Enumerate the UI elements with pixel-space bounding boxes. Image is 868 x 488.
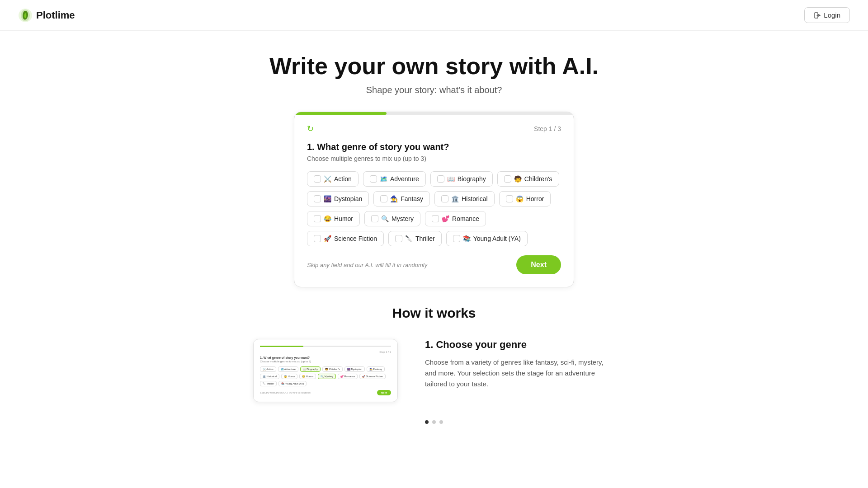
skip-note: Skip any field and our A.I. will fill it… bbox=[307, 262, 427, 268]
genre-checkbox bbox=[395, 235, 402, 242]
genre-label: Dystopian bbox=[334, 195, 362, 202]
login-label: Login bbox=[824, 11, 840, 19]
genre-checkbox bbox=[432, 215, 439, 222]
genre-emoji: 🧒 bbox=[514, 175, 522, 183]
genre-checkbox bbox=[371, 215, 378, 222]
genre-checkbox bbox=[314, 215, 321, 222]
how-title: How it works bbox=[392, 305, 476, 321]
genre-emoji: 🌆 bbox=[324, 195, 331, 202]
genre-label: Adventure bbox=[390, 175, 419, 183]
genre-label: Science Fiction bbox=[334, 235, 377, 242]
card-inner: ↻ Step 1 / 3 1. What genre of story you … bbox=[294, 115, 574, 287]
header: Plotlime Login bbox=[0, 0, 868, 31]
genre-chip-action[interactable]: ⚔️Action bbox=[307, 171, 359, 187]
genre-checkbox bbox=[314, 175, 321, 183]
pagination bbox=[425, 420, 443, 424]
how-step1-heading: 1. Choose your genre bbox=[425, 339, 615, 351]
question-subtitle: Choose multiple genres to mix up (up to … bbox=[307, 155, 561, 162]
genre-chip-children's[interactable]: 🧒Children's bbox=[497, 171, 559, 187]
card-footer: Skip any field and our A.I. will fill it… bbox=[307, 255, 561, 274]
how-section: How it works Step 1 / 3 1. What genre of… bbox=[9, 287, 859, 451]
card-header: ↻ Step 1 / 3 bbox=[307, 124, 561, 134]
genre-chip-historical[interactable]: 🏛️Historical bbox=[434, 191, 495, 206]
genre-chip-fantasy[interactable]: 🧙Fantasy bbox=[373, 191, 430, 206]
genre-emoji: 😂 bbox=[324, 215, 331, 222]
genre-label: Thriller bbox=[415, 235, 435, 242]
genre-emoji: ⚔️ bbox=[324, 175, 331, 183]
genre-checkbox bbox=[506, 195, 513, 202]
pagination-dot-1[interactable] bbox=[425, 420, 429, 424]
login-button[interactable]: Login bbox=[804, 7, 850, 23]
pagination-dot-2[interactable] bbox=[432, 420, 436, 424]
genre-emoji: 🏛️ bbox=[451, 195, 459, 202]
main-content: Write your own story with A.I. Shape you… bbox=[0, 31, 868, 478]
genre-checkbox bbox=[437, 175, 444, 183]
genre-emoji: 🚀 bbox=[324, 235, 331, 242]
how-step1-body: Choose from a variety of genres like fan… bbox=[425, 357, 615, 389]
genre-checkbox bbox=[370, 175, 377, 183]
genre-label: Humor bbox=[334, 215, 353, 222]
genre-chip-thriller[interactable]: 🔪Thriller bbox=[388, 231, 442, 246]
logo-text: Plotlime bbox=[36, 9, 75, 21]
genre-emoji: 🔍 bbox=[381, 215, 389, 222]
genre-checkbox bbox=[314, 195, 321, 202]
genre-label: Horror bbox=[526, 195, 544, 202]
genre-label: Biography bbox=[458, 175, 486, 183]
page-subtitle: Shape your story: what's it about? bbox=[366, 85, 502, 95]
genre-emoji: 🗺️ bbox=[380, 175, 387, 183]
how-step1-text: 1. Choose your genre Choose from a varie… bbox=[425, 339, 615, 389]
genres-grid: ⚔️Action🗺️Adventure📖Biography🧒Children's… bbox=[307, 171, 561, 246]
genre-emoji: 😱 bbox=[516, 195, 524, 202]
login-icon bbox=[814, 12, 821, 19]
genre-checkbox bbox=[453, 235, 460, 242]
genre-label: Historical bbox=[462, 195, 488, 202]
logo: Plotlime bbox=[18, 8, 75, 23]
question-title: 1. What genre of story you want? bbox=[307, 142, 561, 152]
genre-chip-biography[interactable]: 📖Biography bbox=[430, 171, 493, 187]
genre-card: ↻ Step 1 / 3 1. What genre of story you … bbox=[294, 112, 574, 287]
genre-emoji: 📖 bbox=[447, 175, 455, 183]
genre-label: Fantasy bbox=[401, 195, 423, 202]
genre-emoji: 📚 bbox=[463, 235, 471, 242]
genre-chip-romance[interactable]: 💕Romance bbox=[425, 211, 486, 226]
genre-chip-mystery[interactable]: 🔍Mystery bbox=[364, 211, 420, 226]
genre-label: Mystery bbox=[392, 215, 414, 222]
step-label: Step 1 / 3 bbox=[534, 125, 561, 132]
genre-chip-young-adult-(ya)[interactable]: 📚Young Adult (YA) bbox=[446, 231, 528, 246]
genre-checkbox bbox=[380, 195, 387, 202]
genre-checkbox bbox=[441, 195, 448, 202]
genre-checkbox bbox=[504, 175, 511, 183]
genre-chip-dystopian[interactable]: 🌆Dystopian bbox=[307, 191, 369, 206]
genre-label: Children's bbox=[524, 175, 552, 183]
logo-icon bbox=[18, 8, 33, 23]
genre-chip-adventure[interactable]: 🗺️Adventure bbox=[363, 171, 426, 187]
refresh-icon[interactable]: ↻ bbox=[307, 124, 314, 134]
genre-label: Young Adult (YA) bbox=[473, 235, 521, 242]
genre-emoji: 💕 bbox=[442, 215, 449, 222]
genre-checkbox bbox=[314, 235, 321, 242]
genre-chip-horror[interactable]: 😱Horror bbox=[499, 191, 551, 206]
genre-chip-humor[interactable]: 😂Humor bbox=[307, 211, 360, 226]
how-content: Step 1 / 3 1. What genre of story you wa… bbox=[253, 339, 615, 402]
next-button[interactable]: Next bbox=[516, 255, 561, 274]
genre-emoji: 🧙 bbox=[390, 195, 398, 202]
genre-label: Romance bbox=[452, 215, 479, 222]
page-title: Write your own story with A.I. bbox=[269, 52, 599, 80]
genre-chip-science-fiction[interactable]: 🚀Science Fiction bbox=[307, 231, 384, 246]
genre-emoji: 🔪 bbox=[405, 235, 413, 242]
pagination-dot-3[interactable] bbox=[439, 420, 443, 424]
how-image-preview: Step 1 / 3 1. What genre of story you wa… bbox=[253, 339, 398, 402]
genre-label: Action bbox=[334, 175, 352, 183]
